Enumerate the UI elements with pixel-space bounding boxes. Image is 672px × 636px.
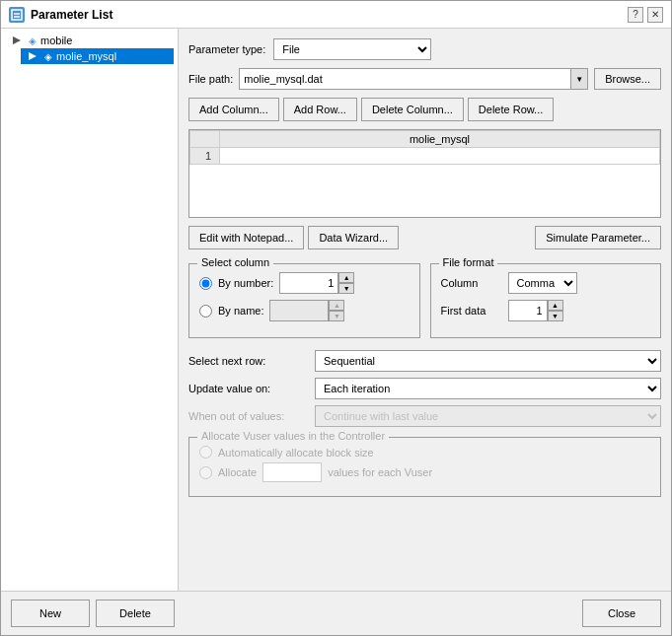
by-number-spin-up[interactable]: ▲	[338, 272, 354, 283]
simulate-button[interactable]: Simulate Parameter...	[535, 226, 661, 249]
file-format-group: File format Column Comma Tab Space First…	[430, 263, 662, 338]
by-number-spinner: ▲ ▼	[279, 272, 354, 294]
add-column-button[interactable]: Add Column...	[188, 98, 279, 121]
allocate-vuser-group: Allocate Vuser values in the Controller …	[188, 437, 661, 497]
tree-icon-file: ◈	[44, 51, 52, 62]
by-name-spin-up[interactable]: ▲	[329, 300, 344, 311]
dialog-body: ◈ mobile ◈ molie_mysql Parameter type: F…	[1, 29, 671, 591]
first-data-row: First data ▲ ▼	[441, 300, 651, 321]
update-value-on-select[interactable]: Each iteration Each occurrence	[315, 378, 661, 399]
window-close-button[interactable]: ✕	[647, 7, 663, 23]
close-button[interactable]: Close	[582, 600, 661, 627]
auto-allocate-label: Automatically allocate block size	[218, 447, 374, 459]
auto-allocate-row: Automatically allocate block size	[199, 446, 650, 459]
auto-allocate-radio[interactable]	[199, 446, 212, 459]
first-data-input[interactable]	[508, 300, 548, 321]
bottom-bar: New Delete Close	[1, 591, 671, 635]
left-panel: ◈ mobile ◈ molie_mysql	[1, 29, 179, 591]
when-out-label: When out of values:	[188, 410, 307, 422]
filepath-label: File path:	[188, 73, 233, 85]
delete-column-button[interactable]: Delete Column...	[361, 98, 464, 121]
parameter-list-dialog: Parameter List ? ✕ ◈ mobile ◈ molie_mysq…	[0, 0, 672, 636]
data-wizard-button[interactable]: Data Wizard...	[308, 226, 399, 249]
bottom-dropdowns: Select next row: Sequential Random Uniqu…	[188, 350, 661, 497]
by-name-label: By name:	[218, 305, 263, 317]
dialog-title: Parameter List	[31, 8, 112, 22]
first-data-spinner: ▲ ▼	[508, 300, 563, 321]
svg-rect-0	[12, 10, 22, 20]
by-name-input[interactable]	[269, 300, 329, 321]
tree-file-icon	[25, 50, 40, 62]
filepath-combo: ▼	[239, 68, 588, 90]
by-name-spin-btns: ▲ ▼	[329, 300, 344, 321]
tree-item-molie-mysql[interactable]: ◈ molie_mysql	[21, 48, 174, 64]
by-number-spin-down[interactable]: ▼	[338, 283, 354, 294]
by-number-label: By number:	[218, 277, 273, 289]
delete-button[interactable]: Delete	[96, 600, 175, 627]
tree-label-mobile: mobile	[40, 35, 72, 46]
new-button[interactable]: New	[11, 600, 90, 627]
column-format-label: Column	[441, 277, 500, 289]
filepath-dropdown-arrow[interactable]: ▼	[570, 68, 588, 90]
browse-button[interactable]: Browse...	[594, 68, 661, 90]
update-value-on-row: Update value on: Each iteration Each occ…	[188, 378, 661, 399]
values-label: values for each Vuser	[328, 466, 432, 478]
delete-row-button[interactable]: Delete Row...	[468, 98, 554, 121]
column-row-toolbar: Add Column... Add Row... Delete Column..…	[188, 98, 661, 121]
tree-label-molie-mysql: molie_mysql	[56, 50, 116, 62]
table-cell[interactable]	[220, 148, 660, 165]
first-data-spin-btns: ▲ ▼	[548, 300, 563, 321]
when-out-select[interactable]: Continue with last value Abort Vuser Cyc…	[315, 405, 661, 427]
tree-icon-mobile: ◈	[29, 35, 37, 46]
first-data-spin-down[interactable]: ▼	[548, 311, 563, 321]
update-value-on-label: Update value on:	[188, 383, 307, 394]
title-bar: Parameter List ? ✕	[1, 1, 671, 29]
param-type-select[interactable]: File Table Date/Time Number User Defined	[273, 38, 431, 60]
by-name-spinner: ▲ ▼	[269, 300, 344, 321]
first-data-spin-up[interactable]: ▲	[548, 300, 563, 311]
by-number-radio[interactable]	[199, 277, 212, 290]
right-panel: Parameter type: File Table Date/Time Num…	[179, 29, 671, 591]
when-out-row: When out of values: Continue with last v…	[188, 405, 661, 427]
by-number-spin-btns: ▲ ▼	[338, 272, 354, 294]
title-bar-left: Parameter List	[9, 7, 112, 23]
bottom-right: Close	[582, 600, 661, 627]
action-row: Edit with Notepad... Data Wizard... Simu…	[188, 226, 661, 249]
allocate-radio[interactable]	[199, 466, 212, 479]
column-format-select[interactable]: Comma Tab Space	[508, 272, 577, 294]
select-column-group: Select column By number: ▲ ▼	[188, 263, 420, 338]
allocate-row: Allocate values for each Vuser	[199, 462, 650, 482]
tree-item-mobile[interactable]: ◈ mobile	[5, 33, 174, 48]
column-header-molie-mysql: molie_mysql	[220, 131, 660, 148]
filepath-input[interactable]	[239, 68, 588, 90]
select-next-row-select[interactable]: Sequential Random Unique	[315, 350, 661, 372]
param-type-row: Parameter type: File Table Date/Time Num…	[188, 38, 661, 60]
svg-marker-3	[13, 36, 21, 44]
by-number-input[interactable]	[279, 272, 338, 294]
title-bar-right: ? ✕	[628, 7, 663, 23]
help-button[interactable]: ?	[628, 7, 643, 23]
row-num-header	[190, 131, 220, 148]
table-row: 1	[190, 148, 660, 165]
column-format-row: Column Comma Tab Space	[441, 272, 651, 294]
by-name-radio[interactable]	[199, 305, 212, 318]
add-row-button[interactable]: Add Row...	[283, 98, 357, 121]
select-column-title: Select column	[197, 256, 273, 268]
filepath-row: File path: ▼ Browse...	[188, 68, 661, 90]
by-name-row: By name: ▲ ▼	[199, 300, 410, 321]
svg-marker-4	[29, 52, 37, 60]
select-next-row-label: Select next row:	[188, 355, 307, 367]
dialog-icon	[9, 7, 25, 23]
allocate-label: Allocate	[218, 466, 257, 478]
file-format-title: File format	[439, 256, 498, 268]
allocate-input[interactable]	[262, 462, 322, 482]
allocate-group-title: Allocate Vuser values in the Controller	[197, 430, 389, 442]
bottom-left: New Delete	[11, 600, 175, 627]
edit-notepad-button[interactable]: Edit with Notepad...	[188, 226, 304, 249]
param-type-label: Parameter type:	[188, 43, 265, 55]
first-data-label: First data	[441, 305, 500, 317]
data-table: molie_mysql 1	[189, 130, 660, 165]
data-table-container: molie_mysql 1	[188, 129, 661, 218]
select-next-row-row: Select next row: Sequential Random Uniqu…	[188, 350, 661, 372]
by-name-spin-down[interactable]: ▼	[329, 311, 344, 321]
